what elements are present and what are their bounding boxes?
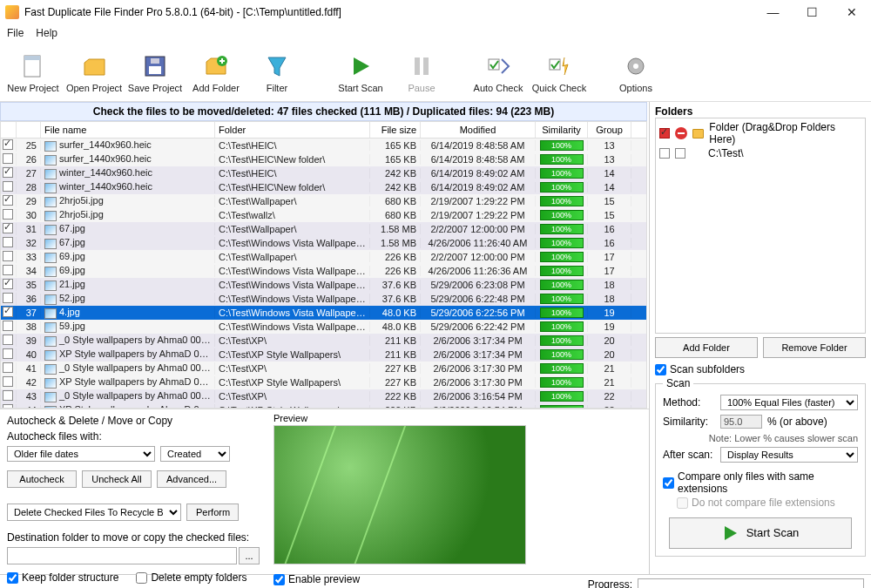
row-folder: C:\Test\XP\ bbox=[215, 335, 370, 346]
row-checkbox[interactable] bbox=[3, 293, 13, 303]
table-row[interactable]: 292hrjo5i.jpgC:\Test\Wallpaper\680 KB2/1… bbox=[1, 194, 646, 208]
folder-item[interactable]: C:\Test\ bbox=[658, 146, 863, 160]
row-group: 16 bbox=[588, 224, 631, 234]
svg-rect-4 bbox=[151, 58, 159, 64]
folder-placeholder-row[interactable]: Folder (Drag&Drop Folders Here) bbox=[658, 120, 863, 146]
autocheck-filter-2[interactable]: Created bbox=[160, 446, 230, 462]
options-button[interactable]: Options bbox=[606, 45, 665, 99]
row-folder: C:\Test\HEIC\New folder\ bbox=[215, 154, 370, 165]
table-row[interactable]: 44XP Style wallpapers by AhmaD 005.jpgC:… bbox=[1, 403, 646, 408]
title-bar: Fast Duplicate File Finder Pro 5.8.0.1 (… bbox=[0, 0, 871, 24]
delete-empty-checkbox[interactable]: Delete empty folders bbox=[136, 571, 246, 584]
row-similarity: 100% bbox=[536, 280, 588, 290]
row-checkbox[interactable] bbox=[3, 376, 13, 387]
add-folder-button-side[interactable]: Add Folder bbox=[655, 337, 758, 358]
row-checkbox[interactable] bbox=[3, 321, 13, 331]
table-row[interactable]: 3167.jpgC:\Test\Wallpaper\1.58 MB2/2/200… bbox=[1, 222, 646, 236]
row-checkbox[interactable] bbox=[3, 307, 13, 317]
row-checkbox[interactable] bbox=[3, 139, 13, 150]
row-checkbox[interactable] bbox=[3, 209, 13, 220]
table-row[interactable]: 3652.jpgC:\Test\Windows Vista Wallpaper … bbox=[1, 292, 646, 306]
row-index: 35 bbox=[17, 280, 41, 290]
row-checkbox[interactable] bbox=[3, 404, 13, 408]
table-row[interactable]: 26surfer_1440x960.heicC:\Test\HEIC\New f… bbox=[1, 152, 646, 166]
table-body[interactable]: 25surfer_1440x960.heicC:\Test\HEIC\165 K… bbox=[1, 139, 646, 408]
folders-list[interactable]: Folder (Drag&Drop Folders Here) C:\Test\ bbox=[655, 118, 866, 334]
autocheck-button[interactable]: Autocheck bbox=[7, 470, 77, 488]
table-row[interactable]: 3369.jpgC:\Test\Wallpaper\226 KB2/2/2007… bbox=[1, 250, 646, 264]
row-checkbox[interactable] bbox=[3, 195, 13, 206]
table-row[interactable]: 41_0 Style wallpapers by Ahma0 004.jpgC:… bbox=[1, 362, 646, 375]
table-row[interactable]: 3521.jpgC:\Test\Windows Vista Wallpaper … bbox=[1, 278, 646, 292]
row-checkbox[interactable] bbox=[3, 153, 13, 164]
start-scan-button[interactable]: Start Scan bbox=[331, 45, 390, 99]
destination-input[interactable] bbox=[7, 547, 237, 564]
after-scan-select[interactable]: Display Results bbox=[720, 447, 858, 463]
table-row[interactable]: 374.jpgC:\Test\Windows Vista Wallpaper P… bbox=[1, 306, 646, 320]
col-similarity[interactable]: Similarity bbox=[536, 122, 588, 138]
row-checkbox[interactable] bbox=[3, 279, 13, 289]
table-row[interactable]: 3469.jpgC:\Test\Windows Vista Wallpaper … bbox=[1, 264, 646, 278]
table-row[interactable]: 39_0 Style wallpapers by Ahma0 003.jpgC:… bbox=[1, 334, 646, 348]
row-checkbox[interactable] bbox=[3, 223, 13, 233]
row-checkbox[interactable] bbox=[3, 335, 13, 345]
row-checkbox[interactable] bbox=[3, 167, 13, 178]
add-folder-button[interactable]: Add Folder bbox=[186, 45, 246, 99]
col-folder[interactable]: Folder bbox=[215, 122, 370, 138]
start-scan-big-button[interactable]: Start Scan bbox=[669, 517, 852, 549]
table-row[interactable]: 25surfer_1440x960.heicC:\Test\HEIC\165 K… bbox=[1, 139, 646, 152]
row-checkbox[interactable] bbox=[3, 237, 13, 247]
table-row[interactable]: 40XP Style wallpapers by AhmaD 003.jpgC:… bbox=[1, 348, 646, 362]
table-row[interactable]: 28winter_1440x960.heicC:\Test\HEIC\New f… bbox=[1, 180, 646, 194]
scan-subfolders-checkbox[interactable]: Scan subfolders bbox=[655, 363, 866, 375]
row-checkbox[interactable] bbox=[3, 251, 13, 261]
folder-include-checkbox[interactable] bbox=[659, 128, 670, 139]
row-checkbox[interactable] bbox=[3, 265, 13, 275]
row-checkbox[interactable] bbox=[3, 362, 13, 373]
table-row[interactable]: 27winter_1440x960.heicC:\Test\HEIC\242 K… bbox=[1, 166, 646, 180]
method-select[interactable]: 100% Equal Files (faster) bbox=[720, 395, 858, 410]
menu-file[interactable]: File bbox=[7, 27, 24, 39]
col-group[interactable]: Group bbox=[588, 122, 631, 138]
row-checkbox[interactable] bbox=[3, 348, 13, 359]
table-row[interactable]: 43_0 Style wallpapers by Ahma0 005.jpgC:… bbox=[1, 389, 646, 403]
close-button[interactable]: ✕ bbox=[832, 0, 871, 24]
remove-folder-button[interactable]: Remove Folder bbox=[763, 337, 866, 358]
auto-check-button[interactable]: Auto Check bbox=[469, 45, 528, 99]
action-select[interactable]: Delete Checked Files To Recycle Bin bbox=[7, 504, 181, 521]
browse-button[interactable]: ... bbox=[239, 547, 260, 564]
open-project-button[interactable]: Open Project bbox=[64, 45, 124, 99]
quick-check-button[interactable]: Quick Check bbox=[530, 45, 589, 99]
autocheck-filter-1[interactable]: Older file dates bbox=[7, 446, 155, 462]
col-filename[interactable]: File name bbox=[41, 122, 215, 138]
minimize-button[interactable]: — bbox=[753, 0, 793, 24]
toolbar: New Project Open Project Save Project Ad… bbox=[0, 42, 871, 102]
menu-help[interactable]: Help bbox=[36, 27, 57, 39]
table-row[interactable]: 3859.jpgC:\Test\Windows Vista Wallpaper … bbox=[1, 320, 646, 334]
row-filename: 67.jpg bbox=[41, 223, 215, 234]
col-filesize[interactable]: File size bbox=[370, 122, 421, 138]
row-folder: C:\Test\HEIC\New folder\ bbox=[215, 182, 370, 193]
advanced-button[interactable]: Advanced... bbox=[157, 470, 226, 488]
perform-button[interactable]: Perform bbox=[186, 504, 239, 521]
table-row[interactable]: 302hrjo5i.jpgC:\Test\wallz\680 KB2/19/20… bbox=[1, 208, 646, 222]
row-group: 21 bbox=[588, 377, 631, 388]
table-row[interactable]: 42XP Style wallpapers by AhmaD 004.jpgC:… bbox=[1, 375, 646, 389]
row-checkbox[interactable] bbox=[3, 390, 13, 401]
keep-structure-checkbox[interactable]: Keep folder structure bbox=[7, 571, 118, 584]
document-icon bbox=[19, 52, 47, 80]
row-checkbox[interactable] bbox=[3, 181, 13, 192]
folder-include-checkbox[interactable] bbox=[659, 148, 670, 159]
new-project-button[interactable]: New Project bbox=[3, 45, 63, 99]
compare-ext-checkbox[interactable]: Compare only files with same extensions bbox=[663, 470, 858, 495]
filter-button[interactable]: Filter bbox=[247, 45, 307, 99]
save-project-button[interactable]: Save Project bbox=[125, 45, 185, 99]
maximize-button[interactable]: ☐ bbox=[793, 0, 832, 24]
row-folder: C:\Test\Windows Vista Wallpaper Pack\ bbox=[215, 308, 370, 318]
uncheck-all-button[interactable]: Uncheck All bbox=[82, 470, 152, 488]
enable-preview-checkbox[interactable]: Enable preview bbox=[273, 573, 642, 585]
folder-exclude-checkbox[interactable] bbox=[675, 148, 685, 159]
col-modified[interactable]: Modified bbox=[421, 122, 536, 138]
image-icon bbox=[44, 392, 57, 402]
table-row[interactable]: 3267.jpgC:\Test\Windows Vista Wallpaper … bbox=[1, 236, 646, 250]
